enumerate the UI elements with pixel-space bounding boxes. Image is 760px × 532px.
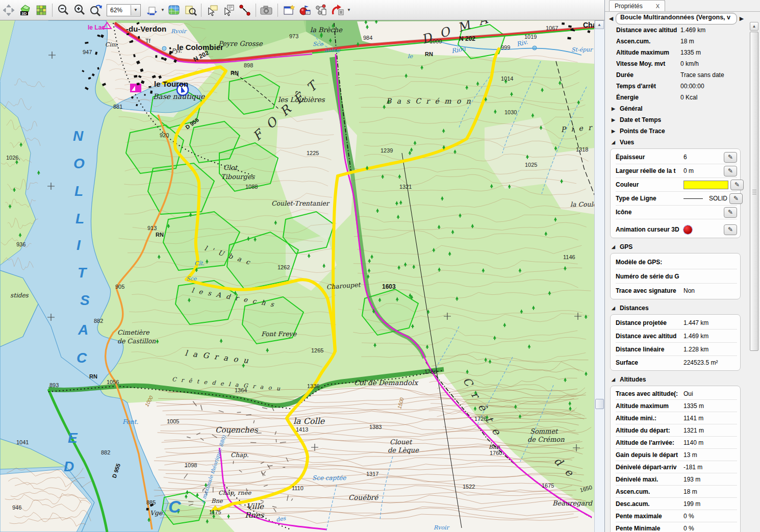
section-header-vues[interactable]: ◢Vues bbox=[605, 137, 747, 148]
edit-pencil-button[interactable]: ✎ bbox=[729, 193, 743, 204]
edit-pencil-button[interactable]: ✎ bbox=[724, 166, 737, 176]
track-selector[interactable]: Boucle Multirandonnées (Vergons, v bbox=[616, 13, 737, 24]
edit-pencil-button[interactable]: ✎ bbox=[724, 224, 737, 235]
map-label: 946 bbox=[12, 504, 21, 511]
map-label: Font. bbox=[122, 418, 138, 425]
pan-icon[interactable] bbox=[1, 2, 16, 18]
section-title: Général bbox=[620, 105, 643, 112]
map-label: Rvoir bbox=[434, 524, 450, 531]
transfer-pages-icon[interactable] bbox=[144, 2, 159, 18]
property-label: Animation curseur 3D bbox=[616, 226, 683, 233]
section-box-distances: Distance projetée1.447 kmDistance avec a… bbox=[610, 314, 741, 371]
property-value: 1141 m bbox=[683, 415, 737, 422]
map-label: Couébré bbox=[348, 493, 378, 501]
open-map-icon[interactable] bbox=[166, 2, 182, 18]
zoom-level-dropdown-icon[interactable]: ▼ bbox=[131, 5, 140, 15]
cursor-3d-ball-icon[interactable] bbox=[683, 225, 692, 234]
map-label: Tf bbox=[145, 38, 151, 44]
map-label: 898 bbox=[244, 62, 253, 68]
building bbox=[562, 22, 565, 25]
undo-route-dropdown-icon[interactable]: ▼ bbox=[346, 2, 351, 18]
property-row: Pente maximale0 % bbox=[616, 510, 737, 522]
panel-scrollbar[interactable]: ▲ bbox=[750, 22, 758, 532]
panel-scroll-up-icon[interactable]: ▲ bbox=[750, 22, 758, 31]
panel-content: ◀ Boucle Multirandonnées (Vergons, v ▶ D… bbox=[605, 11, 747, 532]
section-header-altitudes[interactable]: ◢Altitudes bbox=[605, 374, 747, 385]
close-tab-button[interactable]: X bbox=[656, 3, 660, 9]
property-value: -181 m bbox=[683, 464, 737, 471]
map-label: 1025 bbox=[525, 162, 537, 168]
section-box-gps: Modèle de GPS:Numéro de série du GTrace … bbox=[610, 253, 741, 299]
chevron-right-icon[interactable]: ▶ bbox=[612, 106, 616, 111]
triangle-expanded-icon[interactable]: ◢ bbox=[612, 244, 616, 249]
select-object-icon[interactable] bbox=[205, 2, 220, 18]
section-header-gps[interactable]: ◢GPS bbox=[605, 241, 747, 252]
triangle-expanded-icon[interactable]: ◢ bbox=[612, 377, 616, 382]
map-label: B a s C r é m o n bbox=[386, 97, 472, 105]
property-label: Pente maximale bbox=[616, 513, 683, 520]
edit-vector-icon[interactable] bbox=[237, 2, 252, 18]
color-swatch[interactable] bbox=[683, 181, 728, 189]
zoom-reset-icon[interactable] bbox=[88, 2, 104, 18]
screenshot-icon[interactable] bbox=[259, 2, 274, 18]
property-label: Gain depuis le départ bbox=[616, 451, 683, 459]
edit-pencil-button[interactable]: ✎ bbox=[724, 152, 737, 163]
map-label: 1317 bbox=[366, 471, 378, 477]
map-scroll-up-icon[interactable]: ▲ bbox=[595, 20, 604, 29]
building bbox=[146, 508, 149, 511]
map-label: 1383 bbox=[369, 424, 382, 430]
undo-route-icon[interactable] bbox=[330, 2, 345, 18]
property-row: Couleur✎ bbox=[616, 178, 737, 192]
map-label: Col de Demandolx bbox=[354, 378, 418, 387]
zoom-in-icon[interactable] bbox=[72, 2, 87, 18]
section-header-distances[interactable]: ◢Distances bbox=[605, 302, 747, 314]
object-info-icon[interactable] bbox=[221, 2, 236, 18]
zoom-level-select[interactable]: 62% ▼ bbox=[107, 4, 141, 16]
section-header-points-de-trace[interactable]: ▶Points de Trace bbox=[605, 125, 747, 137]
lake-name-letter: S bbox=[80, 292, 90, 308]
triangle-expanded-icon[interactable]: ◢ bbox=[612, 306, 616, 311]
join-tracks-icon[interactable] bbox=[314, 2, 329, 18]
map-label: Base nautique bbox=[153, 92, 205, 100]
new-window-icon[interactable] bbox=[281, 2, 296, 18]
new-waypoint-icon[interactable] bbox=[297, 2, 313, 18]
map-scroll-thumb[interactable] bbox=[595, 399, 604, 409]
view-3d-icon[interactable]: 3D bbox=[17, 2, 33, 18]
topo-map[interactable]: le Lac-du-Verdonle Colombierle TouronCha… bbox=[0, 20, 594, 532]
property-row: Gain depuis le départ13 m bbox=[616, 449, 737, 461]
tab-proprietes[interactable]: Propriétés X bbox=[609, 0, 665, 11]
map-label: 1239 bbox=[381, 147, 393, 154]
chevron-right-icon[interactable]: ▶ bbox=[612, 117, 616, 122]
map-viewport[interactable]: le Lac-du-Verdonle Colombierle TouronCha… bbox=[0, 20, 594, 532]
edit-pencil-button[interactable]: ✎ bbox=[730, 180, 744, 190]
map-label: Clot bbox=[223, 164, 238, 171]
section-header-g-n-ral[interactable]: ▶Général bbox=[605, 103, 747, 114]
map-label: 882 bbox=[94, 318, 103, 324]
zoom-note-icon[interactable] bbox=[183, 2, 198, 18]
lake-name-letter: A bbox=[78, 322, 88, 338]
mosaic-icon[interactable] bbox=[34, 2, 49, 18]
property-value: 6 bbox=[683, 154, 722, 161]
property-value: Non bbox=[683, 287, 737, 294]
zoom-out-icon[interactable] bbox=[56, 2, 71, 18]
property-value: 1.447 km bbox=[683, 319, 737, 326]
map-label: N 202 bbox=[459, 35, 475, 42]
summary-row: Ascen.cum.18 m bbox=[605, 36, 747, 47]
summary-label: Énergie bbox=[616, 94, 680, 101]
transfer-dropdown-icon[interactable]: ▼ bbox=[160, 2, 165, 18]
next-track-button[interactable]: ▶ bbox=[739, 15, 745, 22]
edit-pencil-button[interactable]: ✎ bbox=[724, 207, 737, 218]
property-label: Épaisseur bbox=[616, 154, 683, 161]
panel-scroll-thumb[interactable] bbox=[750, 32, 758, 351]
summary-value: 1.469 km bbox=[680, 27, 705, 34]
property-label: Type de Ligne bbox=[616, 195, 683, 202]
triangle-expanded-icon[interactable]: ◢ bbox=[612, 140, 616, 145]
map-label: Couenches bbox=[215, 425, 259, 435]
lake-name-letter: L bbox=[74, 183, 83, 199]
map-scrollbar[interactable]: ▲ bbox=[594, 20, 604, 532]
prev-track-button[interactable]: ◀ bbox=[608, 15, 614, 22]
chevron-right-icon[interactable]: ▶ bbox=[612, 129, 616, 134]
property-row: Épaisseur6✎ bbox=[616, 150, 737, 164]
map-label: 1760 bbox=[490, 450, 502, 456]
section-header-date-et-temps[interactable]: ▶Date et Temps bbox=[605, 114, 747, 125]
